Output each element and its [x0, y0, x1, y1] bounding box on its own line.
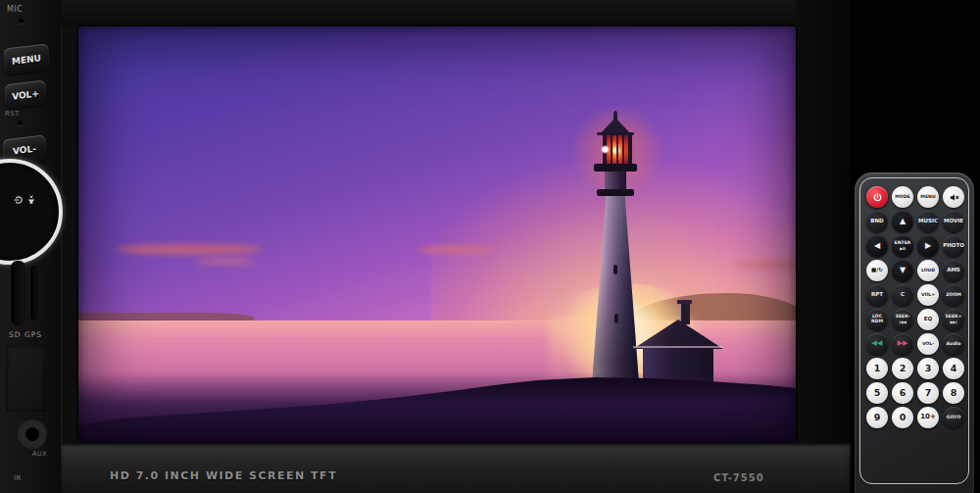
house-chimney-cap: [677, 300, 692, 304]
remote-repeat-button[interactable]: RPT: [866, 284, 888, 306]
cloud: [416, 246, 495, 254]
remote-goto-button[interactable]: GOTO: [943, 407, 964, 428]
mute-icon: [949, 192, 959, 203]
remote-up-button[interactable]: ▲: [892, 211, 913, 232]
remote-loc-rdm-button[interactable]: LOC RDM: [866, 309, 888, 330]
bezel-right: [796, 0, 851, 493]
remote-digit-3-button[interactable]: 3: [917, 358, 939, 379]
play-pause-icon: ▶II: [900, 247, 906, 251]
remote-menu-button[interactable]: MENU: [917, 186, 939, 208]
remote-right-button[interactable]: ▶: [917, 235, 939, 257]
remote-zoom-button[interactable]: ZOOM: [943, 284, 964, 306]
card-slot-recess: [6, 345, 46, 412]
fast-forward-icon: ▶▶: [898, 340, 908, 347]
lighthouse-window: [614, 314, 618, 323]
remote-seek-up-button[interactable]: SEEK+ ▶▶|: [943, 309, 964, 330]
remote-button-grid: MODE MENU BND ▲ MUSIC MOVIE ◀ ENTER ▶II …: [866, 186, 964, 428]
lighthouse-gallery: [594, 164, 637, 172]
remote-stop-repeat-button[interactable]: ■/↻: [866, 260, 888, 281]
remote-digit-4-button[interactable]: 4: [943, 358, 964, 379]
screen-size-caption: HD 7.0 INCH WIDE SCREEN TFT: [110, 469, 337, 482]
remote-control: MODE MENU BND ▲ MUSIC MOVIE ◀ ENTER ▶II …: [855, 173, 974, 493]
cloud: [196, 259, 255, 265]
remote-eq-button[interactable]: EQ: [917, 309, 939, 330]
remote-power-button[interactable]: [866, 186, 888, 208]
remote-enter-button[interactable]: ENTER ▶II: [892, 235, 913, 257]
volume-up-button[interactable]: VOL+: [4, 79, 46, 109]
remote-digit-9-button[interactable]: 9: [866, 407, 888, 428]
lighthouse-watch-room: [605, 172, 626, 190]
power-volume-knob[interactable]: [0, 159, 63, 265]
mic-label: MIC: [7, 5, 23, 14]
remote-photo-button[interactable]: PHOTO: [943, 235, 964, 257]
mute-icon: [26, 195, 37, 206]
remote-digit-6-button[interactable]: 6: [892, 382, 913, 404]
menu-button[interactable]: MENU: [3, 43, 50, 75]
remote-digit-1-button[interactable]: 1: [866, 358, 888, 379]
remote-mute-button[interactable]: [943, 186, 964, 208]
remote-loud-button[interactable]: LOUD: [917, 260, 939, 281]
remote-slow-button[interactable]: ◀◀: [866, 333, 888, 355]
model-number: CT-7550: [713, 472, 764, 483]
power-icon: [14, 195, 24, 206]
sd-card-slot: [11, 261, 25, 325]
remote-volume-up-button[interactable]: VOL+: [917, 284, 939, 306]
remote-down-button[interactable]: ▼: [892, 260, 913, 281]
ir-label: IR: [14, 474, 22, 482]
rewind-icon: ◀◀: [872, 340, 883, 347]
car-stereo-product-photo: MIC MENU VOL+ RST VOL- SD GPS AUX IR: [0, 0, 980, 493]
remote-digit-7-button[interactable]: 7: [917, 382, 939, 404]
bezel-top: [61, 0, 851, 26]
lighthouse-window: [613, 265, 617, 274]
lighthouse-lamp-room: [603, 135, 632, 165]
sd-gps-label: SD GPS: [9, 330, 42, 339]
aux-label: AUX: [32, 450, 47, 458]
remote-c-button[interactable]: C: [892, 284, 913, 306]
remote-movie-button[interactable]: MOVIE: [943, 211, 964, 232]
remote-10plus-button[interactable]: 10+: [917, 407, 939, 428]
remote-ams-button[interactable]: AMS: [943, 260, 964, 281]
remote-digit-8-button[interactable]: 8: [943, 382, 964, 404]
remote-fast-button[interactable]: ▶▶: [892, 333, 913, 355]
rst-label: RST: [5, 110, 20, 118]
remote-mode-button[interactable]: MODE: [892, 186, 913, 208]
remote-band-button[interactable]: BND: [866, 211, 888, 232]
remote-digit-5-button[interactable]: 5: [866, 382, 888, 404]
gps-card-slot: [30, 266, 39, 320]
remote-volume-down-button[interactable]: VOL-: [917, 333, 939, 355]
remote-music-button[interactable]: MUSIC: [917, 211, 939, 232]
left-control-panel: MIC MENU VOL+ RST VOL- SD GPS AUX IR: [0, 0, 62, 493]
reset-hole: [18, 121, 23, 125]
remote-digit-2-button[interactable]: 2: [892, 358, 913, 379]
lighthouse-lower-gallery: [597, 189, 634, 196]
remote-seek-down-button[interactable]: SEEK- |◀◀: [892, 309, 913, 330]
power-icon: [872, 192, 883, 203]
head-unit: MIC MENU VOL+ RST VOL- SD GPS AUX IR: [0, 0, 851, 493]
mic-hole: [19, 19, 24, 24]
remote-left-button[interactable]: ◀: [866, 235, 888, 257]
foreground-haze: [78, 372, 796, 443]
cloud: [116, 244, 263, 255]
house-chimney: [680, 303, 690, 324]
aux-jack: [19, 420, 46, 448]
next-track-icon: ▶▶|: [950, 320, 956, 324]
touch-screen[interactable]: [78, 26, 796, 443]
remote-audio-button[interactable]: Audio: [943, 333, 964, 355]
remote-digit-0-button[interactable]: 0: [892, 407, 913, 428]
previous-track-icon: |◀◀: [899, 320, 906, 324]
bezel-bottom: HD 7.0 INCH WIDE SCREEN TFT CT-7550: [61, 443, 851, 493]
